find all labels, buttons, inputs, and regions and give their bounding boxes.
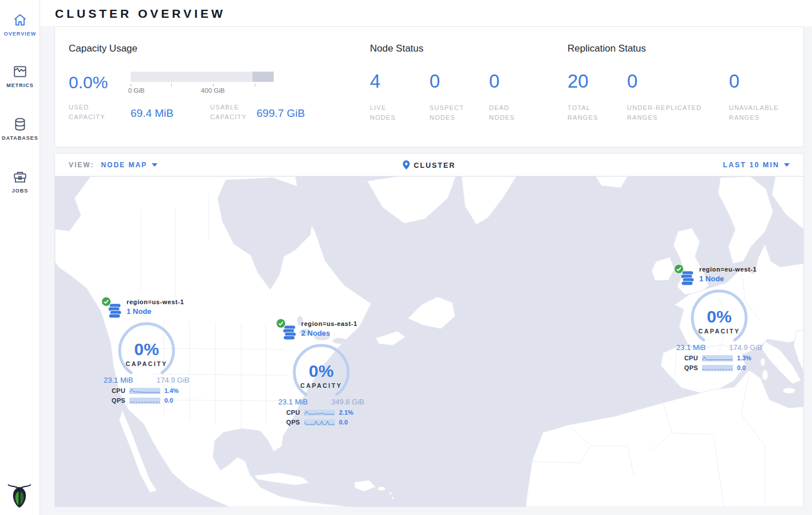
capacity-total-value: 349.8 GiB [331, 398, 364, 406]
node-map-panel: VIEW: NODE MAP CLUSTER LAST 10 MIN [54, 153, 804, 507]
capacity-percent: 0.0% [69, 72, 131, 95]
cpu-label: CPU [109, 387, 125, 394]
cockroachdb-logo [6, 482, 33, 509]
capacity-gauge: 0% CAPACITY [104, 321, 190, 377]
cpu-sparkline [702, 355, 733, 361]
qps-label: QPS [109, 397, 125, 404]
qps-value: 0.0 [164, 397, 184, 404]
replication-status-section: Replication Status 20 TOTAL RANGES 0 UND… [567, 43, 803, 129]
database-icon [0, 117, 40, 132]
capacity-usage-section: Capacity Usage 0.0% 0 GiB 400 GiB [69, 43, 370, 129]
cpu-value: 1.4% [164, 387, 184, 394]
main-content: CLUSTER OVERVIEW Capacity Usage 0.0% 0 G… [40, 0, 812, 515]
capacity-bar [131, 72, 274, 82]
dead-nodes-stat: 0 DEAD NODES [489, 72, 549, 123]
gauge-label: CAPACITY [126, 360, 168, 367]
locality-region-label[interactable]: region=eu-west-1 [699, 266, 756, 273]
locality-marker-us-east-1[interactable]: region=us-east-1 2 Nodes 0% CAPACITY 23.… [278, 320, 364, 426]
sidebar-item-label: DATABASES [0, 135, 40, 141]
qps-row: QPS 0.0 [104, 397, 190, 404]
qps-sparkline [304, 419, 335, 426]
breadcrumb: CLUSTER [55, 160, 803, 170]
gauge-percent: 0% [707, 307, 731, 326]
usable-capacity-label: USABLE CAPACITY [210, 103, 256, 122]
location-pin-icon [403, 160, 410, 170]
qps-row: QPS 0.0 [278, 419, 364, 426]
unavailable-ranges-value: 0 [729, 72, 799, 91]
page-title: CLUSTER OVERVIEW [40, 0, 812, 26]
cpu-label: CPU [284, 409, 300, 416]
capacity-gauge: 0% CAPACITY [278, 343, 364, 399]
chevron-down-icon [152, 163, 157, 167]
capacity-total-value: 174.9 GiB [729, 343, 762, 352]
gauge-percent: 0% [134, 340, 159, 359]
capacity-gauge: 0% CAPACITY [676, 288, 762, 344]
locality-region-label[interactable]: region=us-east-1 [301, 320, 357, 327]
replication-status-title: Replication Status [567, 43, 803, 54]
gauge-label: CAPACITY [699, 328, 740, 335]
locality-node-count-link[interactable]: 1 Node [699, 274, 756, 283]
qps-sparkline [702, 365, 733, 371]
map-view-bar: VIEW: NODE MAP CLUSTER LAST 10 MIN [55, 154, 803, 176]
cpu-value: 1.3% [737, 355, 756, 361]
dead-nodes-label: DEAD NODES [489, 103, 525, 123]
suspect-nodes-stat: 0 SUSPECT NODES [429, 72, 489, 123]
axis-tick-label: 400 GiB [201, 87, 225, 94]
qps-row: QPS 0.0 [676, 364, 762, 371]
cluster-summary-panel: Capacity Usage 0.0% 0 GiB 400 GiB [54, 26, 804, 147]
total-ranges-label: TOTAL RANGES [567, 103, 603, 123]
capacity-used-value: 23.1 MiB [104, 376, 133, 384]
locality-node-count-link[interactable]: 1 Node [127, 307, 184, 316]
qps-value: 0.0 [737, 364, 756, 371]
node-map-canvas: region=us-west-1 1 Node 0% CAPACITY 23.1… [55, 176, 803, 507]
cpu-row: CPU 1.3% [676, 355, 762, 361]
time-range-value: LAST 10 MIN [723, 161, 779, 169]
sidebar: OVERVIEW METRICS DATABASES JOBS [0, 0, 40, 515]
under-replicated-ranges-value: 0 [627, 72, 724, 91]
capacity-used-value: 23.1 MiB [676, 343, 705, 352]
axis-tick-label: 0 GiB [128, 87, 145, 94]
node-status-section: Node Status 4 LIVE NODES 0 SUSPECT NODES… [370, 43, 567, 129]
unavailable-ranges-stat: 0 UNAVAILABLE RANGES [729, 72, 803, 123]
usable-capacity-value: 699.7 GiB [257, 107, 305, 120]
capacity-bar-reserved-segment [253, 72, 274, 82]
capacity-used-value: 23.1 MiB [278, 398, 308, 406]
sidebar-item-databases[interactable]: DATABASES [0, 109, 40, 147]
capacity-usage-title: Capacity Usage [69, 43, 370, 54]
used-capacity-value: 69.4 MiB [131, 107, 210, 120]
briefcase-icon [0, 170, 40, 184]
breadcrumb-scope: CLUSTER [413, 162, 455, 170]
live-nodes-stat: 4 LIVE NODES [370, 72, 429, 123]
locality-marker-us-west-1[interactable]: region=us-west-1 1 Node 0% CAPACITY 23.1… [104, 298, 190, 404]
database-stack-icon [283, 325, 297, 343]
suspect-nodes-value: 0 [429, 72, 484, 91]
cpu-label: CPU [682, 355, 698, 361]
capacity-total-value: 174.9 GiB [156, 376, 190, 384]
sidebar-item-jobs[interactable]: JOBS [0, 162, 40, 199]
total-ranges-value: 20 [567, 72, 622, 91]
view-label: VIEW: [69, 161, 94, 169]
sidebar-item-overview[interactable]: OVERVIEW [0, 5, 40, 42]
dead-nodes-value: 0 [489, 72, 544, 91]
sidebar-item-metrics[interactable]: METRICS [0, 56, 40, 94]
sidebar-item-label: JOBS [0, 188, 40, 194]
home-icon [0, 13, 40, 27]
qps-value: 0.0 [339, 419, 358, 426]
view-selector-dropdown[interactable]: NODE MAP [101, 161, 157, 169]
total-ranges-stat: 20 TOTAL RANGES [567, 72, 627, 123]
qps-sparkline [129, 398, 160, 404]
locality-region-label[interactable]: region=us-west-1 [127, 298, 184, 305]
sidebar-item-label: OVERVIEW [0, 31, 40, 37]
qps-label: QPS [284, 419, 300, 426]
cpu-value: 2.1% [339, 409, 358, 416]
time-range-dropdown[interactable]: LAST 10 MIN [723, 161, 790, 169]
live-nodes-value: 4 [370, 72, 425, 91]
capacity-axis: 0 GiB 400 GiB [131, 82, 275, 95]
qps-label: QPS [682, 364, 698, 371]
locality-marker-eu-west-1[interactable]: region=eu-west-1 1 Node 0% CAPACITY 23.1… [676, 265, 762, 371]
locality-node-count-link[interactable]: 2 Nodes [301, 329, 357, 337]
cpu-row: CPU 1.4% [104, 387, 190, 394]
cpu-sparkline [304, 410, 335, 416]
cpu-sparkline [129, 388, 160, 394]
gauge-percent: 0% [309, 361, 333, 380]
